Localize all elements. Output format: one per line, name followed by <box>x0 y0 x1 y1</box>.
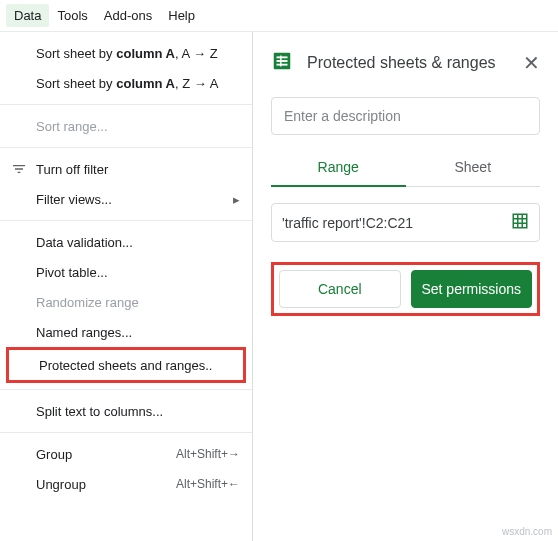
cancel-button[interactable]: Cancel <box>279 270 401 308</box>
actions-highlight: Cancel Set permissions <box>271 262 540 316</box>
tabs: Range Sheet <box>271 151 540 187</box>
svg-rect-1 <box>277 56 288 58</box>
divider <box>0 432 252 433</box>
group-shortcut: Alt+Shift+→ <box>176 447 240 461</box>
sort-az-label: Sort sheet by column A, A → Z <box>36 46 218 61</box>
named-ranges[interactable]: Named ranges... <box>0 317 252 347</box>
svg-rect-2 <box>277 60 288 62</box>
highlight-box: Protected sheets and ranges.. <box>6 347 246 383</box>
grid-select-icon[interactable] <box>511 212 529 233</box>
sort-range: Sort range... <box>0 111 252 141</box>
protected-panel: Protected sheets & ranges ✕ Range Sheet … <box>252 32 558 541</box>
data-dropdown: Sort sheet by column A, A → Z Sort sheet… <box>0 32 252 541</box>
close-icon[interactable]: ✕ <box>523 53 540 73</box>
svg-rect-3 <box>277 64 288 66</box>
turn-off-filter[interactable]: Turn off filter <box>0 154 252 184</box>
tab-sheet[interactable]: Sheet <box>406 151 541 187</box>
filter-icon <box>10 160 28 178</box>
svg-rect-5 <box>513 214 527 228</box>
turn-off-filter-label: Turn off filter <box>36 162 108 177</box>
group-label: Group <box>36 447 72 462</box>
set-permissions-button[interactable]: Set permissions <box>411 270 533 308</box>
range-value: 'traffic report'!C2:C21 <box>282 215 413 231</box>
split-text[interactable]: Split text to columns... <box>0 396 252 426</box>
protected-sheets-ranges[interactable]: Protected sheets and ranges.. <box>9 350 243 380</box>
tab-range[interactable]: Range <box>271 151 406 187</box>
menu-tools[interactable]: Tools <box>49 4 95 27</box>
pivot-table[interactable]: Pivot table... <box>0 257 252 287</box>
main-container: Sort sheet by column A, A → Z Sort sheet… <box>0 32 558 541</box>
sort-sheet-az[interactable]: Sort sheet by column A, A → Z <box>0 38 252 68</box>
sort-sheet-za[interactable]: Sort sheet by column A, Z → A <box>0 68 252 98</box>
svg-rect-4 <box>280 56 281 67</box>
menu-data[interactable]: Data <box>6 4 49 27</box>
sheets-icon <box>271 50 293 75</box>
menu-addons[interactable]: Add-ons <box>96 4 160 27</box>
ungroup-shortcut: Alt+Shift+← <box>176 477 240 491</box>
divider <box>0 147 252 148</box>
chevron-right-icon: ▸ <box>233 192 240 207</box>
panel-title: Protected sheets & ranges <box>307 54 496 72</box>
ungroup-label: Ungroup <box>36 477 86 492</box>
filter-views-label: Filter views... <box>36 192 112 207</box>
randomize-range: Randomize range <box>0 287 252 317</box>
menu-help[interactable]: Help <box>160 4 203 27</box>
divider <box>0 104 252 105</box>
menubar: Data Tools Add-ons Help <box>0 0 558 32</box>
panel-header: Protected sheets & ranges ✕ <box>271 50 540 75</box>
divider <box>0 389 252 390</box>
ungroup[interactable]: Ungroup Alt+Shift+← <box>0 469 252 499</box>
divider <box>0 220 252 221</box>
filter-views[interactable]: Filter views... ▸ <box>0 184 252 214</box>
data-validation[interactable]: Data validation... <box>0 227 252 257</box>
range-input-box[interactable]: 'traffic report'!C2:C21 <box>271 203 540 242</box>
description-input[interactable] <box>271 97 540 135</box>
sort-za-label: Sort sheet by column A, Z → A <box>36 76 218 91</box>
watermark: wsxdn.com <box>502 526 552 537</box>
group[interactable]: Group Alt+Shift+→ <box>0 439 252 469</box>
